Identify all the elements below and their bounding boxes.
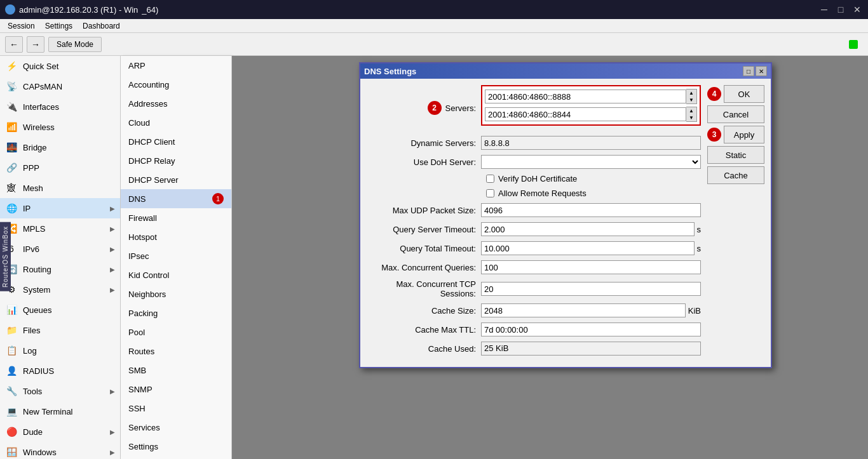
sidebar-item-routing[interactable]: 🔄 Routing ▶ (0, 259, 120, 279)
dynamic-servers-row: Dynamic Servers: (367, 136, 701, 150)
max-udp-input[interactable] (481, 203, 701, 217)
menu-dashboard[interactable]: Dashboard (78, 20, 125, 32)
back-button[interactable]: ← (5, 36, 23, 53)
ip-submenu-settings[interactable]: Settings (121, 437, 231, 456)
sidebar-item-mpls[interactable]: 🔀 MPLS ▶ (0, 218, 120, 239)
sidebar-item-wireless[interactable]: 📶 Wireless (0, 117, 120, 137)
menu-settings[interactable]: Settings (40, 20, 78, 32)
ip-submenu-dhcp-server[interactable]: DHCP Server (121, 170, 231, 189)
sidebar-item-tools[interactable]: 🔧 Tools ▶ (0, 381, 120, 401)
server-input-2[interactable] (485, 107, 686, 121)
status-indicator (849, 40, 858, 49)
sidebar-item-windows[interactable]: 🪟 Windows ▶ (0, 442, 120, 459)
sidebar-item-mesh[interactable]: 🕸 Mesh (0, 178, 120, 198)
sidebar-label-new-terminal: New Terminal (23, 407, 73, 416)
ip-submenu-routes[interactable]: Routes (121, 342, 231, 361)
mpls-arrow-icon: ▶ (110, 225, 115, 232)
ip-submenu-snmp[interactable]: SNMP (121, 380, 231, 399)
sidebar-item-new-terminal[interactable]: 💻 New Terminal (0, 401, 120, 422)
sidebar-label-ip: IP (23, 204, 31, 213)
server-down-1[interactable]: ▼ (686, 96, 696, 103)
ok-button[interactable]: OK (724, 85, 764, 103)
dhcp-client-label: DHCP Client (128, 137, 175, 147)
ip-submenu-services[interactable]: Services (121, 418, 231, 437)
ip-submenu-accounting[interactable]: Accounting (121, 75, 231, 94)
queues-icon: 📊 (5, 303, 18, 316)
verify-doh-checkbox[interactable] (486, 175, 494, 183)
ip-submenu-dns[interactable]: DNS 1 (121, 189, 231, 208)
apply-button[interactable]: Apply (724, 126, 764, 143)
ip-submenu-cloud[interactable]: Cloud (121, 113, 231, 132)
system-arrow-icon: ▶ (110, 286, 115, 293)
routeros-winbox-label: RouterOS WinBox (0, 222, 11, 291)
sidebar-item-ipv6[interactable]: 6 IPv6 ▶ (0, 239, 120, 259)
ip-submenu-socks[interactable]: Socks (121, 456, 231, 459)
ip-submenu-ipsec[interactable]: IPsec (121, 246, 231, 265)
max-concurrent-queries-input[interactable] (481, 260, 701, 274)
annotation-badge-2: 2 (428, 101, 442, 115)
mesh-icon: 🕸 (5, 182, 18, 194)
title-bar-suffix: _64) (142, 5, 158, 15)
ip-submenu-dhcp-relay[interactable]: DHCP Relay (121, 151, 231, 170)
ip-submenu-kid-control[interactable]: Kid Control (121, 265, 231, 284)
ip-submenu-smb[interactable]: SMB (121, 361, 231, 380)
accounting-label: Accounting (128, 80, 169, 90)
sidebar-item-radius[interactable]: 👤 RADIUS (0, 361, 120, 381)
cache-size-input[interactable] (481, 303, 686, 317)
sidebar-item-queues[interactable]: 📊 Queues (0, 300, 120, 320)
ip-submenu-firewall[interactable]: Firewall (121, 208, 231, 227)
sidebar-label-mesh: Mesh (23, 183, 43, 193)
server-down-2[interactable]: ▼ (686, 114, 696, 121)
static-button[interactable]: Static (707, 146, 764, 164)
minimize-button[interactable]: ─ (818, 4, 830, 15)
sidebar-item-interfaces[interactable]: 🔌 Interfaces (0, 96, 120, 117)
ipsec-label: IPsec (128, 251, 149, 261)
safe-mode-button[interactable]: Safe Mode (48, 37, 102, 52)
server-spinner-1: ▲ ▼ (686, 89, 697, 104)
sidebar-item-ppp[interactable]: 🔗 PPP (0, 157, 120, 178)
sidebar-item-capsman[interactable]: 📡 CAPsMAN (0, 76, 120, 96)
firewall-label: Firewall (128, 213, 157, 223)
server-up-2[interactable]: ▲ (686, 107, 696, 114)
sidebar-item-quickset[interactable]: ⚡ Quick Set (0, 56, 120, 76)
sidebar-label-interfaces: Interfaces (23, 102, 59, 112)
server-up-1[interactable]: ▲ (686, 90, 696, 96)
doh-server-label: Use DoH Server: (367, 157, 481, 167)
sidebar-item-system[interactable]: ⚙ System ▶ (0, 279, 120, 300)
ip-submenu-packing[interactable]: Packing (121, 303, 231, 323)
ip-submenu-neighbors[interactable]: Neighbors (121, 284, 231, 303)
sidebar-item-ip[interactable]: 🌐 IP ▶ (0, 198, 120, 218)
packing-label: Packing (128, 309, 158, 318)
cache-button[interactable]: Cache (707, 166, 764, 184)
server-spinner-2: ▲ ▼ (686, 107, 697, 122)
terminal-icon: 💻 (5, 405, 18, 418)
max-concurrent-tcp-input[interactable] (481, 282, 701, 296)
sidebar-item-dude[interactable]: 🔴 Dude ▶ (0, 422, 120, 442)
ip-submenu-ssh[interactable]: SSH (121, 399, 231, 418)
query-total-timeout-input[interactable] (481, 241, 695, 255)
ip-submenu-addresses[interactable]: Addresses (121, 94, 231, 113)
forward-button[interactable]: → (27, 36, 44, 53)
dialog-restore-button[interactable]: □ (743, 66, 754, 76)
smb-label: SMB (128, 366, 146, 375)
ip-submenu-dhcp-client[interactable]: DHCP Client (121, 132, 231, 151)
dialog-close-button[interactable]: ✕ (756, 66, 767, 76)
close-button[interactable]: ✕ (851, 4, 863, 15)
cache-max-ttl-input[interactable] (481, 323, 701, 336)
sidebar-item-files[interactable]: 📁 Files (0, 320, 120, 340)
sidebar-item-log[interactable]: 📋 Log (0, 340, 120, 361)
doh-server-select[interactable] (481, 155, 701, 169)
sidebar-item-bridge[interactable]: 🌉 Bridge (0, 137, 120, 157)
allow-remote-checkbox[interactable] (486, 189, 494, 197)
cancel-button[interactable]: Cancel (707, 105, 764, 123)
sidebar-label-ppp: PPP (23, 163, 39, 173)
ip-submenu-pool[interactable]: Pool (121, 323, 231, 342)
max-udp-label: Max UDP Packet Size: (367, 206, 481, 215)
ip-submenu-arp[interactable]: ARP (121, 56, 231, 75)
query-server-timeout-input[interactable] (481, 222, 695, 236)
title-bar: admin@192.168.20.3 (R1) - Win _64) ─ □ ✕ (0, 0, 868, 19)
menu-session[interactable]: Session (3, 20, 40, 32)
ip-submenu-hotspot[interactable]: Hotspot (121, 227, 231, 246)
maximize-button[interactable]: □ (835, 4, 846, 15)
server-input-1[interactable] (485, 90, 686, 103)
